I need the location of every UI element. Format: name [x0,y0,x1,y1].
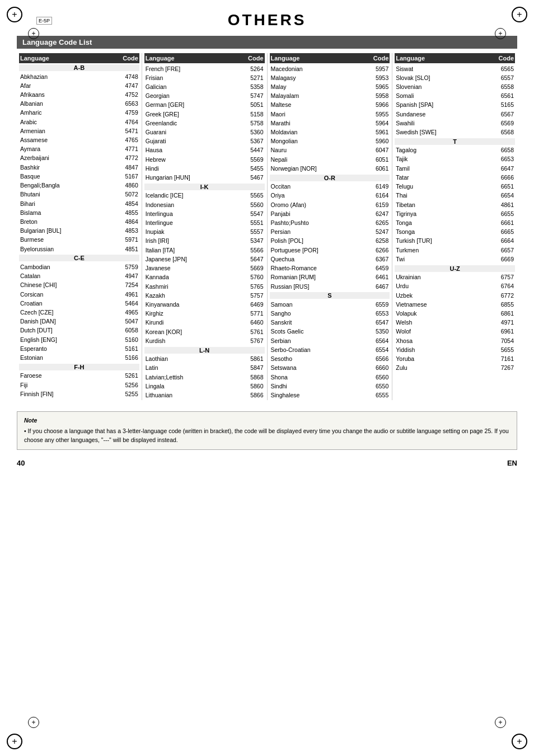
language-name: Uzbek [396,292,491,300]
language-name: Greek [GRE] [146,110,241,119]
language-name: Tajik [396,155,491,163]
language-code: 5072 [116,190,138,199]
table-row: French [FRE]5264 [144,64,265,73]
language-code: 4864 [116,218,138,226]
language-name: Bhutani [20,190,116,199]
language-name: Tonga [396,219,491,227]
language-name: Bashkir [20,163,116,172]
table-row: Amharic4759 [19,109,139,118]
table-row: Turkish [TUR]6664 [395,237,515,246]
language-code: 5761 [241,328,264,336]
language-name: Somali [396,92,491,100]
language-code: 6460 [241,318,264,327]
language-code: 6367 [366,255,388,264]
language-name: Nepali [271,156,367,164]
language-name: Pashto;Pushto [271,219,367,227]
table-row: Swahili6569 [395,119,515,128]
language-name: Hungarian [HUN] [146,173,241,182]
language-name: Welsh [396,318,491,327]
table-row: Polish [POL]6258 [270,237,390,246]
language-code: 6247 [366,210,388,218]
language-code: 4860 [116,181,138,190]
language-name: Wolof [396,327,491,336]
language-name: Laothian [146,355,241,363]
language-code: 5861 [241,355,264,363]
language-name: Abkhazian [20,73,116,81]
language-code: 5547 [241,210,264,218]
language-code: 5868 [241,373,264,382]
language-name: Icelandic [ICE] [146,191,241,200]
language-code: 5765 [241,283,264,291]
table-row: Oromo (Afan)6159 [270,200,390,209]
language-code: 4851 [116,245,138,253]
language-name: Persian [271,228,367,236]
language-code: 5767 [241,337,264,345]
language-code: 4971 [491,318,514,327]
corner-decoration-tr [512,7,527,22]
language-code: 6661 [491,219,514,227]
table-row: Greenlandic5758 [144,119,265,128]
language-code: 5261 [116,372,138,380]
page-header: OTHERS [17,11,517,29]
language-name: Oromo (Afan) [271,201,367,209]
language-code: 6047 [366,146,388,154]
table-row: Russian [RUS]6467 [270,282,390,291]
language-name: Tagalog [396,146,491,154]
language-code: 5569 [241,156,264,164]
language-name: Polish [POL] [271,237,367,245]
language-name: Oriya [271,191,367,200]
language-name: Spanish [SPA] [396,101,491,109]
language-name: Malay [271,83,367,91]
language-code: 6559 [366,300,388,309]
language-name: Swahili [396,119,491,128]
language-code: 6555 [366,391,388,400]
table-row: Sesotho6566 [270,355,390,364]
language-name: Turkish [TUR] [396,237,491,245]
language-name: Serbo-Croatian [271,346,367,354]
table-row: Guarani5360 [144,128,265,137]
section-header-1: C-E [19,255,139,261]
language-name: Mongolian [271,137,367,145]
language-code: 5560 [241,201,264,209]
table-row: Tatar6666 [395,173,515,182]
table-row: Marathi5964 [270,119,390,128]
table-row: Sangho6553 [270,309,390,318]
language-code: 6564 [366,337,388,345]
language-code: 5860 [241,382,264,391]
table-row: Singhalese6555 [270,391,390,400]
table-row: Byelorussian4851 [19,245,139,253]
language-code: 5866 [241,391,264,400]
table-row: Assamese4765 [19,136,139,145]
language-code: 4854 [116,200,138,208]
language-code: 5551 [241,219,264,227]
table-row: Lithuanian5866 [144,391,265,400]
corner-decoration-br [512,734,527,749]
table-row: Serbo-Croatian6554 [270,345,390,354]
table-row: Pashto;Pushto6265 [270,219,390,228]
table-row: Faroese5261 [19,372,139,381]
language-code: 6467 [366,283,388,291]
table-row: Afrikaans4752 [19,90,139,99]
language-code: 6553 [366,309,388,318]
language-code: 6569 [491,119,514,128]
language-code: 5255 [116,390,138,398]
language-name: Sangho [271,309,367,318]
language-name: Catalan [20,272,116,280]
language-name: Romanian [RUM] [271,273,367,281]
table-row: Swedish [SWE]6568 [395,128,515,137]
language-code: 6258 [366,237,388,245]
table-row: English [ENG]5160 [19,335,139,344]
language-code: 6658 [491,146,514,154]
language-code: 5961 [366,128,388,137]
column-1: LanguageCodeFrench [FRE]5264Frisian5271G… [142,53,268,400]
language-name: Greenlandic [146,119,241,128]
language-code: 5747 [241,92,264,100]
language-code: 5647 [241,255,264,264]
language-name: Malagasy [271,74,367,82]
page-number: 40 [17,459,25,467]
table-row: Bhutani5072 [19,190,139,199]
table-row: Latvian;Lettish5868 [144,373,265,382]
language-code: 6651 [491,182,514,191]
table-row: Icelandic [ICE]5565 [144,191,265,200]
language-name: Afar [20,82,116,90]
